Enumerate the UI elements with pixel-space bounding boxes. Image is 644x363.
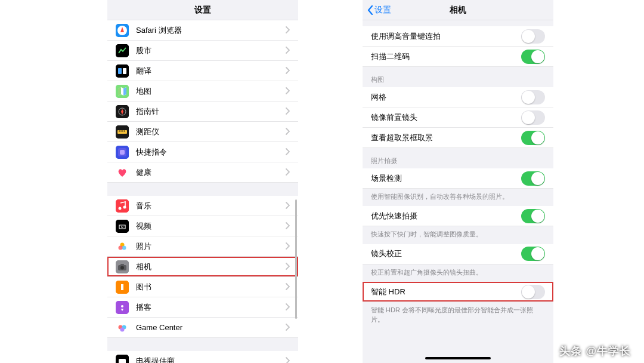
nav-bar: 设置 bbox=[107, 0, 298, 20]
chevron-right-icon bbox=[285, 282, 290, 293]
svg-point-18 bbox=[123, 205, 126, 208]
section-header-capture: 照片拍摄 bbox=[363, 148, 553, 168]
compass-icon bbox=[116, 105, 129, 118]
section-footer-fastshot: 快速按下快门时，智能调整图像质量。 bbox=[363, 226, 553, 244]
row-label: 智能 HDR bbox=[371, 287, 521, 297]
safari-icon bbox=[116, 24, 129, 37]
podcasts-icon bbox=[116, 301, 129, 314]
scene-detect-toggle[interactable] bbox=[521, 171, 545, 186]
group-apps: Safari 浏览器 股市 翻译 地图 指南针 测距仪 快捷指令 健康 bbox=[107, 20, 298, 183]
chevron-right-icon bbox=[285, 86, 290, 97]
fast-shot-toggle[interactable] bbox=[521, 209, 545, 223]
chevron-right-icon bbox=[285, 322, 290, 333]
settings-row-scan-qr: 扫描二维码 bbox=[363, 47, 553, 67]
chevron-right-icon bbox=[285, 66, 290, 76]
svg-rect-40 bbox=[119, 359, 126, 364]
row-label: 翻译 bbox=[136, 66, 285, 76]
settings-camera-screen: 设置 相机 使用调高音量键连拍 扫描二维码 构图 网格 镜像前置镜头 查看超取景… bbox=[363, 0, 553, 363]
measure-icon bbox=[116, 125, 129, 139]
lens-correct-toggle[interactable] bbox=[521, 247, 545, 261]
group-media: 音乐 tv 视频 照片 相机 图书 播客 Game Center bbox=[107, 196, 298, 338]
smart-hdr-toggle[interactable] bbox=[521, 285, 545, 299]
section-footer-lens: 校正前置和超广角摄像头的镜头扭曲。 bbox=[363, 264, 553, 282]
books-icon bbox=[116, 281, 129, 294]
row-label: 播客 bbox=[136, 302, 285, 313]
nav-back-button[interactable]: 设置 bbox=[367, 5, 391, 16]
svg-point-38 bbox=[120, 327, 125, 331]
settings-row-books[interactable]: 图书 bbox=[107, 277, 298, 297]
home-indicator[interactable] bbox=[425, 357, 491, 359]
watermark: 头条 @牛学长 bbox=[559, 344, 631, 358]
svg-rect-5 bbox=[123, 68, 126, 74]
row-label: 优先快速拍摄 bbox=[371, 211, 521, 222]
settings-root-screen: 设置 Safari 浏览器 股市 翻译 地图 指南针 测距仪 快捷指令 健康 bbox=[107, 0, 298, 363]
svg-point-28 bbox=[120, 266, 124, 269]
svg-rect-16 bbox=[116, 199, 129, 213]
settings-row-tv[interactable]: tv 视频 bbox=[107, 216, 298, 236]
chevron-left-icon bbox=[367, 5, 373, 15]
svg-point-24 bbox=[119, 245, 123, 250]
tv-icon: tv bbox=[116, 220, 129, 233]
settings-row-smart-hdr: 智能 HDR bbox=[363, 282, 553, 302]
settings-row-music[interactable]: 音乐 bbox=[107, 196, 298, 216]
settings-row-grid: 网格 bbox=[363, 87, 553, 107]
settings-row-fast-shot: 优先快速拍摄 bbox=[363, 206, 553, 226]
svg-point-17 bbox=[119, 207, 122, 210]
nav-back-label: 设置 bbox=[374, 5, 391, 16]
chevron-right-icon bbox=[285, 106, 290, 117]
scan-qr-toggle[interactable] bbox=[521, 50, 545, 64]
settings-row-volume-burst: 使用调高音量键连拍 bbox=[363, 26, 553, 47]
settings-row-gamecenter[interactable]: Game Center bbox=[107, 318, 298, 338]
volume-burst-toggle[interactable] bbox=[521, 29, 545, 44]
svg-rect-27 bbox=[120, 264, 124, 266]
row-label: 扫描二维码 bbox=[371, 51, 521, 62]
settings-row-safari[interactable]: Safari 浏览器 bbox=[107, 20, 298, 41]
row-label: 镜像前置镜头 bbox=[371, 112, 521, 123]
row-label: Game Center bbox=[136, 323, 285, 332]
settings-row-camera[interactable]: 相机 bbox=[107, 257, 298, 277]
chevron-right-icon bbox=[285, 147, 290, 158]
settings-row-tvprovider[interactable]: 电视提供商 bbox=[107, 351, 298, 363]
settings-row-shortcuts[interactable]: 快捷指令 bbox=[107, 142, 298, 162]
settings-row-photos[interactable]: 照片 bbox=[107, 236, 298, 257]
svg-rect-4 bbox=[118, 68, 122, 74]
camera-icon bbox=[116, 260, 129, 273]
svg-text:tv: tv bbox=[121, 225, 123, 229]
view-outside-toggle[interactable] bbox=[521, 131, 545, 145]
settings-row-podcasts[interactable]: 播客 bbox=[107, 297, 298, 318]
mirror-front-toggle[interactable] bbox=[521, 110, 545, 125]
settings-row-maps[interactable]: 地图 bbox=[107, 81, 298, 101]
camera-settings-list[interactable]: 使用调高音量键连拍 扫描二维码 构图 网格 镜像前置镜头 查看超取景框取景 照片… bbox=[363, 20, 553, 363]
row-label: 测距仪 bbox=[136, 127, 285, 137]
shortcuts-icon bbox=[116, 146, 129, 159]
settings-row-stocks[interactable]: 股市 bbox=[107, 41, 298, 61]
grid-toggle[interactable] bbox=[521, 90, 545, 104]
settings-row-health[interactable]: 健康 bbox=[107, 162, 298, 183]
row-label: 查看超取景框取景 bbox=[371, 133, 521, 143]
scrollbar[interactable] bbox=[295, 199, 297, 319]
row-label: 图书 bbox=[136, 282, 285, 293]
gamecenter-icon bbox=[116, 321, 129, 334]
svg-point-34 bbox=[121, 305, 123, 307]
settings-row-scene-detect: 场景检测 bbox=[363, 168, 553, 189]
settings-row-compass[interactable]: 指南针 bbox=[107, 101, 298, 122]
settings-row-measure[interactable]: 测距仪 bbox=[107, 122, 298, 142]
svg-rect-31 bbox=[121, 284, 123, 290]
svg-rect-3 bbox=[116, 64, 129, 78]
settings-list[interactable]: Safari 浏览器 股市 翻译 地图 指南针 测距仪 快捷指令 健康 音乐 t… bbox=[107, 20, 298, 363]
health-icon bbox=[116, 166, 129, 179]
nav-bar: 设置 相机 bbox=[363, 0, 553, 20]
section-footer-scene: 使用智能图像识别，自动改善各种场景的照片。 bbox=[363, 189, 553, 206]
settings-row-mirror-front: 镜像前置镜头 bbox=[363, 107, 553, 128]
row-label: 相机 bbox=[136, 262, 285, 272]
row-label: 场景检测 bbox=[371, 173, 521, 184]
row-label: 使用调高音量键连拍 bbox=[371, 31, 521, 42]
row-label: 快捷指令 bbox=[136, 147, 285, 158]
settings-row-translate[interactable]: 翻译 bbox=[107, 61, 298, 81]
svg-rect-11 bbox=[117, 130, 127, 134]
svg-point-23 bbox=[122, 245, 126, 250]
chevron-right-icon bbox=[285, 356, 290, 364]
chevron-right-icon bbox=[285, 241, 290, 252]
row-label: 股市 bbox=[136, 45, 285, 56]
settings-row-view-outside: 查看超取景框取景 bbox=[363, 128, 553, 148]
